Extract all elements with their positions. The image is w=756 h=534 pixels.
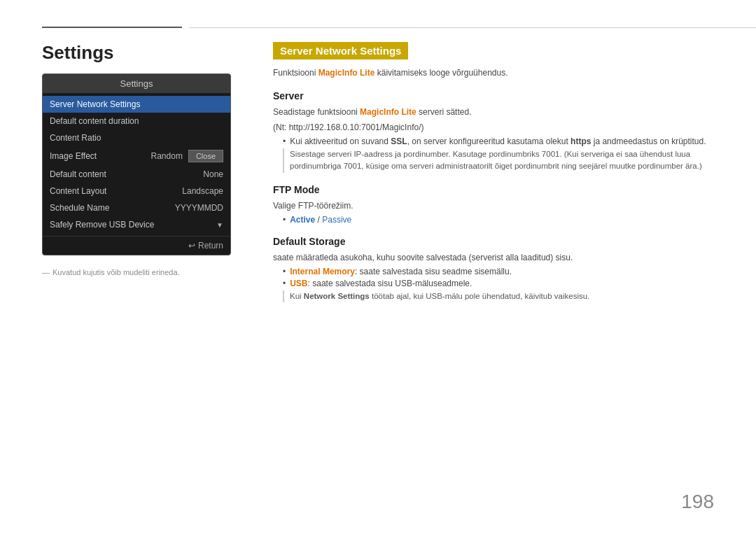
server-line1: Seadistage funktsiooni MagicInfo Lite se… xyxy=(273,106,714,118)
storage-title: Default Storage xyxy=(273,236,714,247)
storage-section: Default Storage saate määratleda asukoha… xyxy=(273,236,714,302)
network-settings-highlight: Network Settings xyxy=(304,292,370,300)
intro-text: Funktsiooni MagicInfo Lite käivitamiseks… xyxy=(273,68,714,78)
menu-item-safely-remove[interactable]: Safely Remove USB Device ▼ xyxy=(43,216,230,233)
menu-item-content-duration[interactable]: Default content duration xyxy=(43,113,230,129)
server-url: (Nt: http://192.168.0.10:7001/MagicInfo/… xyxy=(273,121,714,134)
caption-text: Kuvatud kujutis võib mudeliti erineda. xyxy=(52,268,180,276)
magicinfo-highlight: MagicInfo Lite xyxy=(318,68,375,78)
left-panel: Settings Settings Server Network Setting… xyxy=(42,42,238,276)
section-title: Server Network Settings xyxy=(273,42,408,59)
menu-item-label: Content Ratio xyxy=(50,133,101,143)
storage-line1: saate määratleda asukoha, kuhu soovite s… xyxy=(273,251,714,264)
menu-item-schedule-name[interactable]: Schedule Name YYYYMMDD xyxy=(43,199,230,216)
settings-ui-box: Settings Server Network Settings Default… xyxy=(42,73,231,255)
ftp-modes: Active / Passive xyxy=(290,215,351,225)
default-content-value: None xyxy=(203,169,223,179)
internal-memory-highlight: Internal Memory xyxy=(290,267,355,276)
ftp-bullet: • Active / Passive xyxy=(283,215,714,225)
settings-box-title: Settings xyxy=(43,74,230,93)
https-highlight: https xyxy=(570,136,591,146)
menu-item-label: Default content duration xyxy=(50,116,139,126)
menu-item-content-layout[interactable]: Content Layout Landscape xyxy=(43,183,230,199)
menu-item-label: Content Layout xyxy=(50,186,106,196)
top-line-rule xyxy=(189,27,756,28)
schedule-name-value: YYYYMMDD xyxy=(175,203,223,213)
ftp-section: FTP Mode Valige FTP-töörežiim. • Active … xyxy=(273,184,714,225)
internal-memory-text: Internal Memory: saate salvestada sisu s… xyxy=(290,267,512,276)
menu-item-image-effect[interactable]: Image Effect Random Close xyxy=(43,146,230,166)
page-number: 198 xyxy=(681,491,714,513)
storage-bullet-usb: • USB: saate salvestada sisu USB-mälusea… xyxy=(283,279,714,288)
caption: ― Kuvatud kujutis võib mudeliti erineda. xyxy=(42,268,238,276)
menu-item-label: Safely Remove USB Device xyxy=(50,220,154,230)
image-effect-value: Random xyxy=(151,151,183,161)
bullet-dot-usb: • xyxy=(283,279,286,288)
top-line-accent xyxy=(42,27,182,28)
close-button[interactable]: Close xyxy=(188,150,223,162)
server-note: Sisestage serveri IP-aadress ja pordinum… xyxy=(283,148,714,173)
scroll-arrow: ▼ xyxy=(216,221,223,229)
menu-item-label: Server Network Settings xyxy=(50,99,140,109)
ftp-line1: Valige FTP-töörežiim. xyxy=(273,199,714,212)
menu-item-server-network[interactable]: Server Network Settings xyxy=(43,96,230,113)
menu-item-label: Default content xyxy=(50,169,106,179)
active-link: Active xyxy=(290,215,315,225)
settings-menu: Server Network Settings Default content … xyxy=(43,93,230,236)
page-title: Settings xyxy=(42,42,238,64)
server-section: Server Seadistage funktsiooni MagicInfo … xyxy=(273,90,714,173)
bullet-dot-internal: • xyxy=(283,267,286,276)
caption-dash: ― xyxy=(42,268,50,276)
bullet-dot: • xyxy=(283,136,286,146)
server-title: Server xyxy=(273,90,714,101)
storage-bullet-internal: • Internal Memory: saate salvestada sisu… xyxy=(283,267,714,276)
settings-return[interactable]: ↩ Return xyxy=(43,236,230,255)
menu-item-label: Schedule Name xyxy=(50,203,109,213)
ssl-highlight: SSL xyxy=(391,136,407,146)
return-icon: ↩ xyxy=(188,241,195,251)
usb-highlight: USB xyxy=(290,279,307,288)
menu-item-default-content[interactable]: Default content None xyxy=(43,166,230,183)
server-bullet-ssl: • Kui aktiveeritud on suvand SSL, on ser… xyxy=(283,136,714,146)
section-title-text: Server Network Settings xyxy=(280,45,401,57)
content-layout-value: Landscape xyxy=(182,186,223,196)
return-label: Return xyxy=(198,241,223,251)
magicinfo-server-highlight: MagicInfo Lite xyxy=(360,107,416,117)
bullet-dot-ftp: • xyxy=(283,215,286,225)
passive-link: Passive xyxy=(322,215,351,225)
menu-item-label: Image Effect xyxy=(50,151,97,161)
usb-text: USB: saate salvestada sisu USB-mäluseadm… xyxy=(290,279,472,288)
ftp-title: FTP Mode xyxy=(273,184,714,195)
right-panel: Server Network Settings Funktsiooni Magi… xyxy=(273,42,714,314)
menu-item-content-ratio[interactable]: Content Ratio xyxy=(43,129,230,146)
storage-note: Kui Network Settings töötab ajal, kui US… xyxy=(283,290,714,302)
bullet-text: Kui aktiveeritud on suvand SSL, on serve… xyxy=(290,136,706,146)
